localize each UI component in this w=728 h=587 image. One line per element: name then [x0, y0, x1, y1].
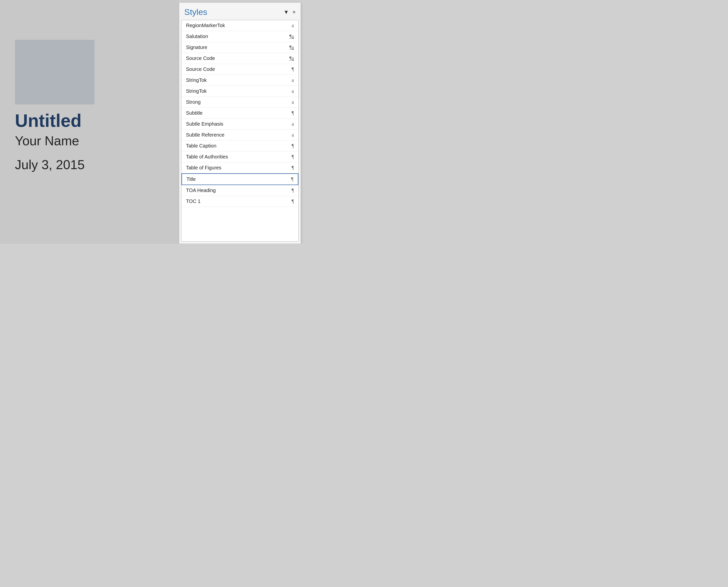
style-list-item[interactable]: StringToka	[181, 75, 298, 86]
style-list-item[interactable]: TOA Heading¶	[181, 185, 298, 196]
document-date: July 3, 2015	[15, 157, 164, 172]
style-item-icon: ¶a	[289, 45, 294, 50]
style-list-item[interactable]: TOC 1¶	[181, 196, 298, 207]
document-area: Untitled Your Name July 3, 2015	[0, 0, 179, 244]
style-list-item[interactable]: Subtitle¶	[181, 108, 298, 119]
styles-list: RegionMarkerTokaSalutation¶aSignature¶aS…	[181, 20, 299, 241]
style-list-item[interactable]: Subtle Referencea	[181, 130, 298, 141]
style-item-icon: ¶a	[289, 33, 294, 39]
cover-image	[15, 40, 95, 104]
style-item-name: RegionMarkerTok	[186, 23, 225, 28]
style-item-icon: a	[292, 121, 294, 127]
style-item-name: TOA Heading	[186, 188, 216, 193]
style-item-name: StringTok	[186, 88, 207, 94]
style-item-icon: ¶	[292, 154, 294, 160]
style-item-name: Source Code	[186, 55, 215, 61]
style-item-icon: ¶	[292, 66, 294, 72]
style-item-name: Subtle Reference	[186, 132, 224, 138]
style-item-icon: ¶	[291, 177, 293, 182]
style-list-item[interactable]: Table of Authorities¶	[181, 151, 298, 162]
styles-panel-controls: ▼ ×	[284, 9, 296, 16]
style-item-name: Subtitle	[186, 110, 203, 116]
document-author: Your Name	[15, 133, 164, 148]
style-list-item[interactable]: Table Caption¶	[181, 141, 298, 151]
style-item-name: Table of Authorities	[186, 154, 228, 160]
style-item-icon: a	[292, 99, 294, 105]
style-item-icon: ¶	[292, 198, 294, 204]
style-list-item[interactable]: Salutation¶a	[181, 31, 298, 42]
style-item-name: Source Code	[186, 66, 215, 72]
style-item-icon: ¶	[292, 110, 294, 116]
style-item-icon: a	[292, 23, 294, 28]
style-list-item[interactable]: Title¶	[181, 173, 298, 185]
style-list-item[interactable]: Subtle Emphasisa	[181, 119, 298, 130]
styles-dropdown-button[interactable]: ▼	[284, 9, 289, 16]
style-item-name: TOC 1	[186, 198, 201, 204]
style-list-item[interactable]: Source Code¶	[181, 64, 298, 75]
style-item-icon: a	[292, 77, 294, 83]
style-item-name: Title	[187, 177, 196, 182]
styles-panel-header: Styles ▼ ×	[179, 3, 300, 20]
style-item-icon: a	[292, 88, 294, 94]
style-list-item[interactable]: Stronga	[181, 97, 298, 108]
styles-panel: Styles ▼ × RegionMarkerTokaSalutation¶aS…	[179, 2, 301, 244]
style-list-item[interactable]: Table of Figures¶	[181, 162, 298, 173]
style-item-name: Table Caption	[186, 143, 216, 149]
style-list-item[interactable]: StringToka	[181, 86, 298, 97]
style-item-name: Salutation	[186, 33, 208, 39]
style-item-name: Signature	[186, 45, 208, 50]
style-item-name: Subtle Emphasis	[186, 121, 223, 127]
style-item-icon: a	[292, 132, 294, 138]
style-item-name: Strong	[186, 99, 201, 105]
styles-panel-title: Styles	[184, 7, 208, 17]
style-item-icon: ¶	[292, 165, 294, 171]
style-item-icon: ¶	[292, 143, 294, 149]
style-item-icon: ¶	[292, 188, 294, 193]
style-item-icon: ¶a	[289, 55, 294, 61]
style-list-item[interactable]: RegionMarkerToka	[181, 20, 298, 31]
style-list-item[interactable]: Source Code¶a	[181, 53, 298, 64]
style-item-name: StringTok	[186, 77, 207, 83]
styles-close-button[interactable]: ×	[292, 9, 296, 16]
style-item-name: Table of Figures	[186, 165, 221, 171]
style-list-item[interactable]: Signature¶a	[181, 42, 298, 53]
document-title: Untitled	[15, 111, 164, 131]
